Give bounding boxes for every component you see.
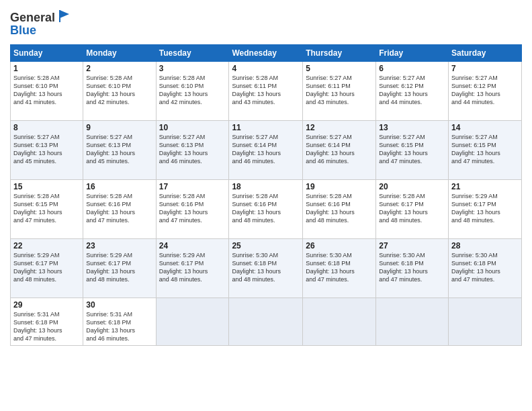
table-row: 4 Sunrise: 5:28 AMSunset: 6:11 PMDayligh… bbox=[229, 62, 303, 121]
logo-flag-icon bbox=[57, 9, 72, 24]
day-number: 19 bbox=[306, 182, 373, 191]
table-row: 9 Sunrise: 5:27 AMSunset: 6:13 PMDayligh… bbox=[83, 121, 156, 180]
day-info: Sunrise: 5:27 AMSunset: 6:13 PMDaylight:… bbox=[13, 134, 62, 165]
table-row: 2 Sunrise: 5:28 AMSunset: 6:10 PMDayligh… bbox=[83, 62, 156, 121]
table-row: 17 Sunrise: 5:28 AMSunset: 6:16 PMDaylig… bbox=[156, 180, 229, 239]
page: General Blue Sunday Monday Tuesday Wedne… bbox=[0, 0, 532, 411]
table-row bbox=[229, 298, 303, 346]
day-info: Sunrise: 5:28 AMSunset: 6:11 PMDaylight:… bbox=[232, 75, 281, 105]
table-row: 13 Sunrise: 5:27 AMSunset: 6:15 PMDaylig… bbox=[376, 121, 449, 180]
day-info: Sunrise: 5:28 AMSunset: 6:10 PMDaylight:… bbox=[159, 75, 208, 105]
table-row: 16 Sunrise: 5:28 AMSunset: 6:16 PMDaylig… bbox=[83, 180, 156, 239]
table-row: 19 Sunrise: 5:28 AMSunset: 6:16 PMDaylig… bbox=[303, 180, 376, 239]
calendar-header-row: Sunday Monday Tuesday Wednesday Thursday… bbox=[11, 45, 522, 62]
table-row: 3 Sunrise: 5:28 AMSunset: 6:10 PMDayligh… bbox=[156, 62, 229, 121]
day-info: Sunrise: 5:27 AMSunset: 6:13 PMDaylight:… bbox=[159, 134, 208, 165]
logo: General Blue bbox=[10, 10, 72, 38]
day-number: 22 bbox=[13, 241, 80, 250]
day-info: Sunrise: 5:31 AMSunset: 6:18 PMDaylight:… bbox=[13, 311, 62, 342]
day-number: 11 bbox=[232, 123, 300, 132]
table-row: 22 Sunrise: 5:29 AMSunset: 6:17 PMDaylig… bbox=[11, 239, 83, 298]
table-row: 26 Sunrise: 5:30 AMSunset: 6:18 PMDaylig… bbox=[303, 239, 376, 298]
day-info: Sunrise: 5:27 AMSunset: 6:14 PMDaylight:… bbox=[306, 134, 355, 165]
col-thursday: Thursday bbox=[303, 45, 376, 62]
table-row: 25 Sunrise: 5:30 AMSunset: 6:18 PMDaylig… bbox=[229, 239, 303, 298]
table-row: 14 Sunrise: 5:27 AMSunset: 6:15 PMDaylig… bbox=[449, 121, 522, 180]
logo-blue: Blue bbox=[10, 24, 72, 38]
day-number: 25 bbox=[232, 241, 300, 250]
table-row: 5 Sunrise: 5:27 AMSunset: 6:11 PMDayligh… bbox=[303, 62, 376, 121]
col-friday: Friday bbox=[376, 45, 449, 62]
day-info: Sunrise: 5:27 AMSunset: 6:11 PMDaylight:… bbox=[306, 75, 355, 105]
table-row bbox=[156, 298, 229, 346]
day-info: Sunrise: 5:28 AMSunset: 6:16 PMDaylight:… bbox=[86, 193, 135, 224]
day-number: 6 bbox=[379, 64, 445, 73]
day-info: Sunrise: 5:29 AMSunset: 6:17 PMDaylight:… bbox=[13, 252, 62, 283]
day-number: 30 bbox=[86, 300, 152, 310]
day-number: 12 bbox=[306, 123, 373, 132]
day-number: 26 bbox=[306, 241, 373, 250]
day-number: 27 bbox=[379, 241, 445, 250]
table-row: 15 Sunrise: 5:28 AMSunset: 6:15 PMDaylig… bbox=[11, 180, 83, 239]
day-number: 1 bbox=[13, 64, 80, 73]
table-row: 18 Sunrise: 5:28 AMSunset: 6:16 PMDaylig… bbox=[229, 180, 303, 239]
day-number: 20 bbox=[379, 182, 445, 191]
day-number: 10 bbox=[159, 123, 226, 132]
day-info: Sunrise: 5:30 AMSunset: 6:18 PMDaylight:… bbox=[379, 252, 428, 283]
day-number: 18 bbox=[232, 182, 300, 191]
day-number: 3 bbox=[159, 64, 226, 73]
day-number: 7 bbox=[451, 64, 519, 73]
day-number: 4 bbox=[232, 64, 300, 73]
table-row: 8 Sunrise: 5:27 AMSunset: 6:13 PMDayligh… bbox=[11, 121, 83, 180]
table-row: 27 Sunrise: 5:30 AMSunset: 6:18 PMDaylig… bbox=[376, 239, 449, 298]
day-info: Sunrise: 5:28 AMSunset: 6:10 PMDaylight:… bbox=[13, 75, 62, 105]
day-info: Sunrise: 5:27 AMSunset: 6:12 PMDaylight:… bbox=[451, 75, 500, 105]
day-number: 16 bbox=[86, 182, 152, 191]
table-row: 11 Sunrise: 5:27 AMSunset: 6:14 PMDaylig… bbox=[229, 121, 303, 180]
day-info: Sunrise: 5:30 AMSunset: 6:18 PMDaylight:… bbox=[451, 252, 500, 283]
day-number: 15 bbox=[13, 182, 80, 191]
day-info: Sunrise: 5:28 AMSunset: 6:16 PMDaylight:… bbox=[159, 193, 208, 224]
day-number: 13 bbox=[379, 123, 445, 132]
day-info: Sunrise: 5:28 AMSunset: 6:16 PMDaylight:… bbox=[306, 193, 355, 224]
table-row: 10 Sunrise: 5:27 AMSunset: 6:13 PMDaylig… bbox=[156, 121, 229, 180]
table-row: 6 Sunrise: 5:27 AMSunset: 6:12 PMDayligh… bbox=[376, 62, 449, 121]
table-row: 21 Sunrise: 5:29 AMSunset: 6:17 PMDaylig… bbox=[449, 180, 522, 239]
day-number: 21 bbox=[451, 182, 519, 191]
col-sunday: Sunday bbox=[11, 45, 83, 62]
table-row bbox=[376, 298, 449, 346]
header: General Blue bbox=[10, 10, 522, 38]
day-info: Sunrise: 5:29 AMSunset: 6:17 PMDaylight:… bbox=[159, 252, 208, 283]
table-row bbox=[303, 298, 376, 346]
day-number: 24 bbox=[159, 241, 226, 250]
day-number: 14 bbox=[451, 123, 519, 132]
day-info: Sunrise: 5:28 AMSunset: 6:16 PMDaylight:… bbox=[232, 193, 281, 224]
day-number: 2 bbox=[86, 64, 152, 73]
day-number: 23 bbox=[86, 241, 152, 250]
day-number: 28 bbox=[451, 241, 519, 250]
day-info: Sunrise: 5:27 AMSunset: 6:12 PMDaylight:… bbox=[379, 75, 428, 105]
day-info: Sunrise: 5:28 AMSunset: 6:15 PMDaylight:… bbox=[13, 193, 62, 224]
logo-general: General bbox=[10, 11, 55, 25]
day-number: 17 bbox=[159, 182, 226, 191]
col-monday: Monday bbox=[83, 45, 156, 62]
day-number: 8 bbox=[13, 123, 80, 132]
day-info: Sunrise: 5:30 AMSunset: 6:18 PMDaylight:… bbox=[232, 252, 281, 283]
table-row: 12 Sunrise: 5:27 AMSunset: 6:14 PMDaylig… bbox=[303, 121, 376, 180]
table-row: 23 Sunrise: 5:29 AMSunset: 6:17 PMDaylig… bbox=[83, 239, 156, 298]
table-row: 30 Sunrise: 5:31 AMSunset: 6:18 PMDaylig… bbox=[83, 298, 156, 346]
day-number: 29 bbox=[13, 300, 80, 310]
calendar: Sunday Monday Tuesday Wednesday Thursday… bbox=[10, 44, 522, 346]
svg-rect-1 bbox=[59, 10, 60, 22]
table-row: 20 Sunrise: 5:28 AMSunset: 6:17 PMDaylig… bbox=[376, 180, 449, 239]
table-row: 7 Sunrise: 5:27 AMSunset: 6:12 PMDayligh… bbox=[449, 62, 522, 121]
day-info: Sunrise: 5:29 AMSunset: 6:17 PMDaylight:… bbox=[86, 252, 135, 283]
table-row bbox=[449, 298, 522, 346]
day-info: Sunrise: 5:27 AMSunset: 6:14 PMDaylight:… bbox=[232, 134, 281, 165]
col-wednesday: Wednesday bbox=[229, 45, 303, 62]
day-number: 9 bbox=[86, 123, 152, 132]
table-row: 1 Sunrise: 5:28 AMSunset: 6:10 PMDayligh… bbox=[11, 62, 83, 121]
col-saturday: Saturday bbox=[449, 45, 522, 62]
day-info: Sunrise: 5:28 AMSunset: 6:17 PMDaylight:… bbox=[379, 193, 428, 224]
day-info: Sunrise: 5:27 AMSunset: 6:15 PMDaylight:… bbox=[451, 134, 500, 165]
